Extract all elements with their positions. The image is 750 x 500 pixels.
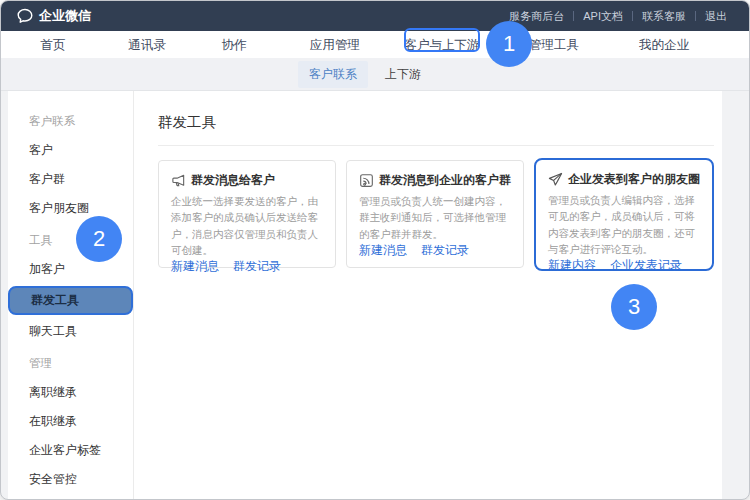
- card-group-message-to-groupchats: 群发消息到企业的客户群 管理员或负责人统一创建内容，群主收到通知后，可选择他管理…: [346, 160, 524, 268]
- sidebar-header-customer-contact: 客户联系: [8, 107, 133, 136]
- sidebar-item-resigned-inheritance[interactable]: 离职继承: [8, 378, 133, 407]
- card-description: 企业统一选择要发送的客户，由添加客户的成员确认后发送给客户，消息内容仅管理员和负…: [171, 193, 323, 258]
- card-description: 管理员或负责人统一创建内容，群主收到通知后，可选择他管理的客户群并群发。: [359, 193, 511, 242]
- logout-link[interactable]: 退出: [705, 9, 727, 24]
- megaphone-icon: [171, 173, 186, 188]
- nav-management-tools[interactable]: 管理工具: [529, 36, 579, 53]
- sidebar: 客户联系 客户 客户群 客户朋友圈 工具 加客户 群发工具 聊天工具 管理 离职…: [8, 91, 134, 499]
- brand-name: 企业微信: [39, 7, 91, 25]
- card-title: 群发消息到企业的客户群: [379, 172, 511, 189]
- tool-cards: 群发消息给客户 企业统一选择要发送的客户，由添加客户的成员确认后发送给客户，消息…: [158, 160, 714, 271]
- card-title-row: 企业发表到客户的朋友圈: [548, 171, 700, 188]
- card-title: 群发消息给客户: [191, 172, 275, 189]
- sidebar-item-add-customer[interactable]: 加客户: [8, 255, 133, 284]
- tab-customer-contact[interactable]: 客户联系: [298, 61, 368, 88]
- sidebar-item-customers[interactable]: 客户: [8, 136, 133, 165]
- paper-plane-icon: [548, 172, 563, 187]
- wecom-admin-window: 企业微信 服务商后台 API文档 联系客服 退出 首页 通讯录 协作 应用管理 …: [0, 0, 750, 500]
- card-title-row: 群发消息给客户: [171, 172, 323, 189]
- nav-contacts[interactable]: 通讯录: [128, 36, 166, 53]
- card-description: 管理员或负责人编辑内容，选择可见的客户，成员确认后，可将内容发表到客户的朋友圈，…: [548, 192, 700, 257]
- sidebar-item-chat-tool[interactable]: 聊天工具: [8, 317, 133, 346]
- new-message-link[interactable]: 新建消息: [171, 258, 219, 275]
- wecom-logo-icon: [17, 8, 33, 24]
- page-title: 群发工具: [158, 113, 714, 132]
- nav-home[interactable]: 首页: [41, 36, 66, 53]
- sidebar-item-onjob-inheritance[interactable]: 在职继承: [8, 407, 133, 436]
- sidebar-item-group-message-tool[interactable]: 群发工具: [8, 286, 133, 315]
- brand: 企业微信: [17, 7, 91, 25]
- nav-my-company[interactable]: 我的企业: [639, 36, 689, 53]
- new-message-link[interactable]: 新建消息: [359, 242, 407, 259]
- provider-console-link[interactable]: 服务商后台: [509, 9, 564, 24]
- api-docs-link[interactable]: API文档: [583, 9, 623, 24]
- annotation-step-3: 3: [611, 284, 657, 330]
- send-history-link[interactable]: 群发记录: [421, 242, 469, 259]
- annotation-box-step1: [404, 28, 480, 52]
- new-content-link[interactable]: 新建内容: [548, 257, 596, 274]
- topbar: 企业微信 服务商后台 API文档 联系客服 退出: [1, 1, 749, 31]
- card-publish-to-customer-moments: 企业发表到客户的朋友圈 管理员或负责人编辑内容，选择可见的客户，成员确认后，可将…: [534, 158, 714, 271]
- sidebar-item-customer-moments[interactable]: 客户朋友圈: [8, 194, 133, 223]
- send-history-link[interactable]: 群发记录: [233, 258, 281, 275]
- card-group-message-to-customers: 群发消息给客户 企业统一选择要发送的客户，由添加客户的成员确认后发送给客户，消息…: [158, 160, 336, 268]
- sidebar-item-customer-groups[interactable]: 客户群: [8, 165, 133, 194]
- sidebar-item-customer-tags[interactable]: 企业客户标签: [8, 436, 133, 465]
- card-title: 企业发表到客户的朋友圈: [568, 171, 700, 188]
- subtab-band: 客户联系 上下游: [1, 58, 749, 91]
- divider: [158, 145, 714, 146]
- nav-collaboration[interactable]: 协作: [222, 36, 247, 53]
- nav-app-management[interactable]: 应用管理: [310, 36, 360, 53]
- card-links: 新建消息 群发记录: [171, 258, 323, 275]
- feed-icon: [359, 173, 374, 188]
- annotation-step-2: 2: [76, 216, 122, 262]
- main-nav: 首页 通讯录 协作 应用管理 客户与上下游 管理工具 我的企业: [1, 31, 749, 58]
- divider: [695, 11, 696, 21]
- sidebar-item-security-control[interactable]: 安全管控: [8, 465, 133, 494]
- contact-support-link[interactable]: 联系客服: [642, 9, 686, 24]
- card-links: 新建消息 群发记录: [359, 242, 511, 259]
- annotation-step-1: 1: [486, 21, 532, 67]
- topbar-links: 服务商后台 API文档 联系客服 退出: [509, 9, 727, 24]
- publish-history-link[interactable]: 企业发表记录: [610, 257, 682, 274]
- divider: [573, 11, 574, 21]
- divider: [632, 11, 633, 21]
- card-links: 新建内容 企业发表记录: [548, 257, 700, 274]
- tab-updownstream[interactable]: 上下游: [374, 61, 432, 88]
- sidebar-header-management: 管理: [8, 349, 133, 378]
- subtab-group: 客户联系 上下游: [298, 61, 432, 88]
- card-title-row: 群发消息到企业的客户群: [359, 172, 511, 189]
